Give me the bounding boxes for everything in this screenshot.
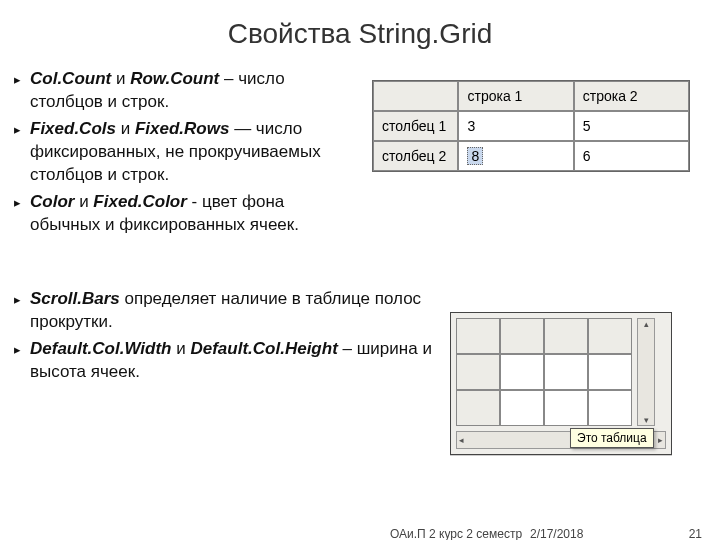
- bullet-marker: ▸: [14, 338, 30, 384]
- scroll-right-icon[interactable]: ▸: [658, 435, 663, 445]
- footer-date: 2/17/2018: [530, 527, 583, 540]
- mini-cell[interactable]: [500, 390, 544, 426]
- data-cell-selected[interactable]: 8: [458, 141, 573, 171]
- joiner: и: [116, 69, 126, 88]
- joiner: и: [79, 192, 89, 211]
- table-row: столбец 2 8 6: [373, 141, 689, 171]
- mini-fixed-cell: [456, 390, 500, 426]
- scroll-up-icon[interactable]: ▴: [644, 319, 649, 329]
- bullet-marker: ▸: [14, 68, 30, 114]
- term: Fixed.Cols: [30, 119, 116, 138]
- list-item: ▸ Color и Fixed.Color - цвет фона обычны…: [14, 191, 356, 237]
- mini-cell[interactable]: [588, 354, 632, 390]
- bullet-marker: ▸: [14, 118, 30, 187]
- bullet-list-top: ▸ Col.Count и Row.Count – число столбцов…: [14, 68, 356, 241]
- term: Fixed.Rows: [135, 119, 229, 138]
- list-item: ▸ Scroll.Bars определяет наличие в табли…: [14, 288, 434, 334]
- bullet-marker: ▸: [14, 191, 30, 237]
- data-cell[interactable]: 5: [574, 111, 689, 141]
- tooltip: Это таблица: [570, 428, 654, 448]
- slide-title: Свойства String.Grid: [0, 18, 720, 50]
- mini-table: [456, 318, 632, 426]
- header-cell: строка 1: [458, 81, 573, 111]
- list-item: ▸ Col.Count и Row.Count – число столбцов…: [14, 68, 356, 114]
- header-cell: [373, 81, 458, 111]
- bullet-marker: ▸: [14, 288, 30, 334]
- scroll-down-icon[interactable]: ▾: [644, 415, 649, 425]
- bullet-list-bottom: ▸ Scroll.Bars определяет наличие в табли…: [14, 288, 434, 388]
- term: Color: [30, 192, 74, 211]
- mini-fixed-cell: [544, 318, 588, 354]
- table-row: строка 1 строка 2: [373, 81, 689, 111]
- term: Scroll.Bars: [30, 289, 120, 308]
- row-header-cell: столбец 2: [373, 141, 458, 171]
- mini-cell[interactable]: [500, 354, 544, 390]
- term: Default.Col.Height: [190, 339, 337, 358]
- footer-course: ОАи.П 2 курс 2 семестр: [390, 527, 522, 540]
- header-cell: строка 2: [574, 81, 689, 111]
- mini-fixed-cell: [588, 318, 632, 354]
- mini-fixed-cell: [456, 354, 500, 390]
- list-item: ▸ Default.Col.Width и Default.Col.Height…: [14, 338, 434, 384]
- term: Row.Count: [130, 69, 219, 88]
- term: Default.Col.Width: [30, 339, 172, 358]
- mini-cell[interactable]: [588, 390, 632, 426]
- scroll-left-icon[interactable]: ◂: [459, 435, 464, 445]
- table-row: столбец 1 3 5: [373, 111, 689, 141]
- joiner: и: [121, 119, 131, 138]
- selected-value: 8: [467, 147, 483, 165]
- row-header-cell: столбец 1: [373, 111, 458, 141]
- vertical-scrollbar[interactable]: ▴ ▾: [637, 318, 655, 426]
- mini-fixed-cell: [456, 318, 500, 354]
- mini-cell[interactable]: [544, 390, 588, 426]
- list-item: ▸ Fixed.Cols и Fixed.Rows — число фиксир…: [14, 118, 356, 187]
- mini-cell[interactable]: [544, 354, 588, 390]
- footer-page: 21: [689, 527, 702, 540]
- data-cell[interactable]: 6: [574, 141, 689, 171]
- joiner: и: [176, 339, 186, 358]
- data-cell[interactable]: 3: [458, 111, 573, 141]
- term: Col.Count: [30, 69, 111, 88]
- mini-fixed-cell: [500, 318, 544, 354]
- stringgrid-demo: строка 1 строка 2 столбец 1 3 5 столбец …: [372, 80, 690, 172]
- term: Fixed.Color: [93, 192, 187, 211]
